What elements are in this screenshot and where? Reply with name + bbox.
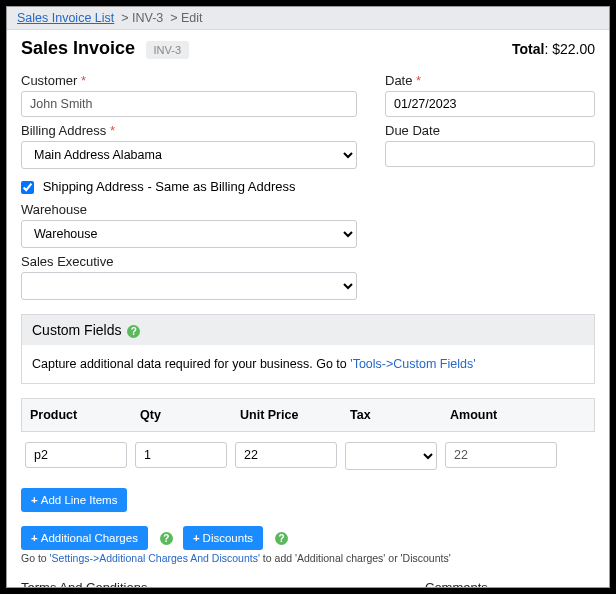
help-icon[interactable]: ? [127,325,140,338]
col-tax: Tax [342,399,442,431]
qty-input[interactable] [135,442,227,468]
plus-icon: + [193,532,200,544]
grid-row [21,432,595,480]
settings-link[interactable]: 'Settings->Additional Charges And Discou… [50,552,260,564]
duedate-field[interactable] [385,141,595,167]
col-product: Product [22,399,132,431]
settings-note: Go to 'Settings->Additional Charges And … [21,552,595,564]
duedate-label: Due Date [385,123,595,138]
breadcrumb-mid: INV-3 [132,11,163,25]
shipping-same-label: Shipping Address - Same as Billing Addre… [43,179,296,194]
help-icon[interactable]: ? [275,532,288,545]
total-label: Total [512,41,544,57]
price-input[interactable] [235,442,337,468]
warehouse-select[interactable]: Warehouse [21,220,357,248]
warehouse-label: Warehouse [21,202,357,217]
line-items-grid: Product Qty Unit Price Tax Amount [21,398,595,480]
discounts-button[interactable]: +Discounts [183,526,263,550]
grid-header: Product Qty Unit Price Tax Amount [21,398,595,432]
total-display: Total: $22.00 [512,41,595,57]
date-field[interactable] [385,91,595,117]
custom-fields-text: Capture additional data required for you… [32,357,350,371]
tax-select[interactable] [345,442,437,470]
breadcrumb-leaf: Edit [181,11,203,25]
total-value: $22.00 [552,41,595,57]
customer-label: Customer [21,73,357,88]
col-qty: Qty [132,399,232,431]
custom-fields-section: Custom Fields ? Capture additional data … [21,314,595,384]
date-label: Date [385,73,595,88]
billing-label: Billing Address [21,123,357,138]
invoice-id-badge: INV-3 [146,41,190,59]
salesexec-select[interactable] [21,272,357,300]
add-line-items-button[interactable]: +Add Line Items [21,488,127,512]
help-icon[interactable]: ? [160,532,173,545]
billing-select[interactable]: Main Address Alabama [21,141,357,169]
breadcrumb: Sales Invoice List > INV-3 > Edit [7,7,609,30]
col-amount: Amount [442,399,562,431]
breadcrumb-root-link[interactable]: Sales Invoice List [17,11,114,25]
salesexec-label: Sales Executive [21,254,357,269]
custom-fields-title: Custom Fields [32,322,121,338]
terms-label: Terms And Conditions [21,580,405,588]
col-price: Unit Price [232,399,342,431]
custom-fields-link[interactable]: 'Tools->Custom Fields' [350,357,475,371]
product-input[interactable] [25,442,127,468]
customer-field[interactable] [21,91,357,117]
plus-icon: + [31,532,38,544]
additional-charges-button[interactable]: +Additional Charges [21,526,148,550]
amount-output [445,442,557,468]
page-title: Sales Invoice [21,38,135,59]
shipping-same-checkbox[interactable] [21,181,34,194]
plus-icon: + [31,494,38,506]
comments-label: Comments [425,580,595,588]
